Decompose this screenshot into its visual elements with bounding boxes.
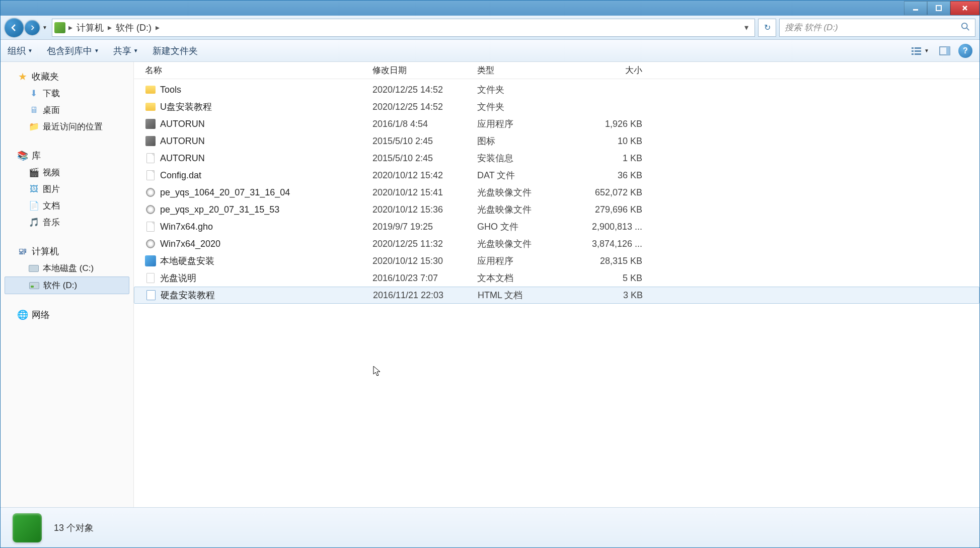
sidebar-libraries[interactable]: 📚库 — [5, 147, 129, 164]
list-view-icon — [911, 46, 922, 55]
file-date: 2020/12/25 14:52 — [372, 85, 477, 95]
file-name: Win7x64.gho — [160, 222, 213, 232]
breadcrumb-drive[interactable]: 软件 (D:) — [113, 22, 155, 34]
sidebar-item-documents[interactable]: 📄文档 — [5, 197, 129, 214]
svg-line-3 — [967, 28, 969, 30]
svg-rect-8 — [912, 53, 914, 55]
file-row[interactable]: U盘安装教程2020/12/25 14:52文件夹 — [134, 98, 979, 115]
file-row[interactable]: AUTORUN2015/5/10 2:45图标10 KB — [134, 132, 979, 150]
file-date: 2020/10/12 15:30 — [372, 256, 477, 266]
title-bar — [1, 1, 979, 16]
library-icon: 📚 — [18, 151, 28, 161]
file-type: 光盘映像文件 — [477, 238, 583, 250]
status-bar: 13 个对象 — [1, 507, 979, 547]
sidebar-item-pictures[interactable]: 🖼图片 — [5, 181, 129, 197]
column-size[interactable]: 大小 — [583, 64, 648, 76]
file-row[interactable]: Win7x64_20202020/12/25 11:32光盘映像文件3,874,… — [134, 235, 979, 252]
file-row[interactable]: 光盘说明2016/10/23 7:07文本文档5 KB — [134, 269, 979, 287]
arrow-right-icon — [29, 24, 36, 31]
file-size: 28,315 KB — [583, 256, 648, 266]
new-folder-label: 新建文件夹 — [153, 45, 198, 57]
file-name: pe_yqs_xp_20_07_31_15_53 — [160, 204, 279, 215]
file-size: 2,900,813 ... — [583, 222, 648, 232]
file-row[interactable]: AUTORUN2015/5/10 2:45安装信息1 KB — [134, 150, 979, 167]
file-size: 3,874,126 ... — [583, 239, 648, 249]
include-menu[interactable]: 包含到库中▼ — [47, 45, 99, 57]
sidebar-item-desktop[interactable]: 🖥桌面 — [5, 102, 129, 118]
disc-icon — [145, 204, 156, 215]
download-icon: ⬇ — [29, 89, 39, 99]
file-date: 2016/11/21 22:03 — [373, 290, 478, 301]
maximize-icon — [935, 5, 942, 12]
status-text: 13 个对象 — [54, 522, 94, 534]
column-type[interactable]: 类型 — [477, 64, 583, 76]
file-row[interactable]: Config.dat2020/10/12 15:42DAT 文件36 KB — [134, 167, 979, 184]
folder-icon — [145, 84, 156, 95]
file-row[interactable]: Win7x64.gho2019/9/7 19:25GHO 文件2,900,813… — [134, 218, 979, 235]
file-type: 安装信息 — [477, 152, 583, 164]
sidebar-item-label: 视频 — [43, 167, 60, 178]
sidebar-item-label: 桌面 — [43, 104, 60, 116]
back-button[interactable] — [5, 18, 24, 37]
preview-pane-button[interactable] — [937, 44, 952, 57]
organize-menu[interactable]: 组织▼ — [8, 45, 33, 57]
search-input[interactable] — [785, 23, 961, 33]
computer-icon: 🖳 — [18, 246, 28, 256]
drive-icon — [54, 22, 65, 33]
file-size: 1,926 KB — [583, 119, 648, 129]
sidebar-item-videos[interactable]: 🎬视频 — [5, 164, 129, 181]
file-icon — [145, 170, 156, 181]
sidebar-network[interactable]: 🌐网络 — [5, 306, 129, 323]
column-date[interactable]: 修改日期 — [372, 64, 477, 76]
help-button[interactable]: ? — [958, 44, 972, 58]
file-size: 1 KB — [583, 153, 648, 164]
sidebar-item-drive-d[interactable]: 软件 (D:) — [5, 277, 129, 294]
chevron-down-icon: ▼ — [94, 48, 99, 53]
picture-icon: 🖼 — [29, 184, 39, 194]
new-folder-button[interactable]: 新建文件夹 — [153, 45, 198, 57]
close-button[interactable] — [950, 1, 979, 15]
file-row[interactable]: AUTORUN2016/1/8 4:54应用程序1,926 KB — [134, 115, 979, 132]
svg-point-2 — [962, 23, 967, 28]
sidebar-item-drive-c[interactable]: 本地磁盘 (C:) — [5, 260, 129, 277]
svg-rect-11 — [946, 47, 950, 55]
file-row[interactable]: pe_yqs_1064_20_07_31_16_042020/10/12 15:… — [134, 184, 979, 201]
column-name[interactable]: 名称 — [145, 64, 372, 76]
file-date: 2020/10/12 15:42 — [372, 170, 477, 181]
minimize-icon — [912, 5, 919, 12]
search-box[interactable] — [779, 19, 975, 37]
sidebar-favorites[interactable]: ★收藏夹 — [5, 68, 129, 85]
nav-history-dropdown[interactable]: ▼ — [41, 25, 49, 30]
file-date: 2015/5/10 2:45 — [372, 153, 477, 164]
view-mode-button[interactable]: ▼ — [909, 44, 931, 57]
share-menu[interactable]: 共享▼ — [113, 45, 138, 57]
address-bar[interactable]: ▸ 计算机 ▸ 软件 (D:) ▸ ▾ — [52, 19, 755, 37]
file-size: 652,072 KB — [583, 187, 648, 198]
sidebar-item-label: 图片 — [43, 183, 60, 195]
organize-label: 组织 — [8, 45, 26, 57]
sidebar-item-music[interactable]: 🎵音乐 — [5, 214, 129, 231]
search-icon — [961, 22, 970, 33]
maximize-button[interactable] — [927, 1, 950, 15]
file-type: 应用程序 — [477, 255, 583, 267]
breadcrumb-computer[interactable]: 计算机 — [73, 22, 107, 34]
refresh-button[interactable]: ↻ — [758, 19, 776, 37]
svg-rect-0 — [913, 9, 918, 11]
file-row[interactable]: Tools2020/12/25 14:52文件夹 — [134, 81, 979, 98]
address-dropdown-icon[interactable]: ▾ — [740, 23, 752, 32]
sidebar-item-recent[interactable]: 📁最近访问的位置 — [5, 118, 129, 135]
close-icon — [961, 5, 968, 12]
minimize-button[interactable] — [904, 1, 927, 15]
sidebar-computer[interactable]: 🖳计算机 — [5, 243, 129, 260]
sidebar-item-label: 下载 — [43, 88, 60, 99]
sidebar-item-label: 软件 (D:) — [43, 280, 77, 291]
sidebar-item-downloads[interactable]: ⬇下载 — [5, 85, 129, 102]
chevron-down-icon: ▼ — [924, 48, 929, 53]
file-list[interactable]: Tools2020/12/25 14:52文件夹U盘安装教程2020/12/25… — [134, 79, 979, 507]
file-row[interactable]: 本地硬盘安装2020/10/12 15:30应用程序28,315 KB — [134, 252, 979, 269]
forward-button[interactable] — [25, 20, 40, 35]
desktop-icon: 🖥 — [29, 105, 39, 115]
file-row[interactable]: pe_yqs_xp_20_07_31_15_532020/10/12 15:36… — [134, 201, 979, 218]
include-label: 包含到库中 — [47, 45, 92, 57]
file-row[interactable]: 硬盘安装教程2016/11/21 22:03HTML 文档3 KB — [134, 287, 979, 304]
